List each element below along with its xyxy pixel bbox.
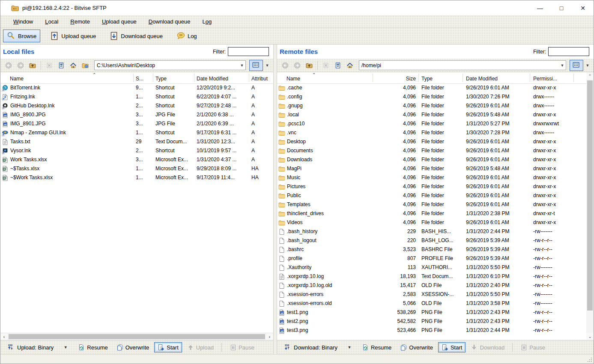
local-browse-folder-button[interactable] bbox=[80, 60, 91, 71]
chevron-down-icon[interactable]: ▼ bbox=[62, 345, 69, 349]
file-row[interactable]: ~$Work Tasks.xlsx1...Microsoft Ex...9/17… bbox=[0, 173, 273, 182]
scroll-thumb[interactable] bbox=[587, 80, 593, 311]
file-row[interactable]: test1.png538,269PNG File1/31/2020 2:43 P… bbox=[277, 308, 594, 317]
menu-item-download-queue[interactable]: Download queue bbox=[143, 17, 196, 26]
upload-overwrite-button[interactable]: Overwrite bbox=[113, 342, 153, 352]
column-header-name[interactable]: Name bbox=[287, 76, 382, 82]
panel-splitter[interactable] bbox=[274, 44, 277, 354]
file-row[interactable]: .xorgxrdp.10.log18,193Text Docum...1/31/… bbox=[277, 272, 594, 281]
file-row[interactable]: .pcsc104,096File folder1/31/2020 5:27 PM… bbox=[277, 119, 594, 128]
scroll-left-icon[interactable]: ‹ bbox=[0, 333, 8, 340]
download-resume-button[interactable]: Resume bbox=[358, 342, 395, 352]
column-separator[interactable] bbox=[249, 74, 249, 82]
toolbar-button-browse[interactable]: Browse bbox=[3, 30, 40, 42]
remote-home-button[interactable] bbox=[344, 60, 355, 71]
chevron-down-icon[interactable]: ▼ bbox=[559, 61, 566, 70]
local-column-header[interactable]: NameS...TypeDate ModifiedAttribut⌃ bbox=[0, 72, 273, 84]
file-row[interactable]: Videos4,096File folder9/26/2019 6:01 AMd… bbox=[277, 218, 594, 227]
column-separator[interactable] bbox=[153, 74, 153, 82]
file-row[interactable]: .xsession-errors2,583XSESSION-...1/31/20… bbox=[277, 290, 594, 299]
remote-details-view-button[interactable] bbox=[570, 60, 583, 71]
download-start-button[interactable]: Start bbox=[438, 342, 466, 352]
upload-start-button[interactable]: Start bbox=[154, 342, 182, 352]
file-row[interactable]: .xorgxrdp.10.log.old15,417OLD File1/31/2… bbox=[277, 281, 594, 290]
file-row[interactable]: Music4,096File folder9/26/2019 6:01 AMdr… bbox=[277, 173, 594, 182]
file-row[interactable]: ~$Tasks.xlsx1...Microsoft Ex...9/29/2018… bbox=[0, 164, 273, 173]
column-separator[interactable] bbox=[133, 74, 134, 82]
column-header-perm[interactable]: Permissi... bbox=[533, 76, 578, 82]
remote-up-folder-button[interactable] bbox=[304, 60, 315, 71]
menu-item-local[interactable]: Local bbox=[40, 17, 63, 26]
file-row[interactable]: Pictures4,096File folder9/26/2019 6:01 A… bbox=[277, 182, 594, 191]
column-separator[interactable] bbox=[194, 74, 194, 82]
toolbar-button-log[interactable]: Log bbox=[173, 30, 201, 42]
file-row[interactable]: Public4,096File folder9/26/2019 6:01 AMd… bbox=[277, 191, 594, 200]
column-separator[interactable] bbox=[463, 74, 463, 82]
file-row[interactable]: Nmap - Zenmap GUI.lnk1...Shortcut9/17/20… bbox=[0, 128, 273, 137]
upload-resume-button[interactable]: Resume bbox=[75, 342, 111, 352]
local-up-folder-button[interactable] bbox=[27, 60, 38, 71]
column-header-date[interactable]: Date Modified bbox=[197, 76, 249, 82]
scroll-down-icon[interactable]: ⌄ bbox=[586, 333, 594, 340]
column-header-name[interactable]: Name bbox=[10, 76, 140, 82]
local-details-view-button[interactable] bbox=[249, 60, 263, 71]
file-row[interactable]: .cache4,096File folder9/26/2019 6:01 AMd… bbox=[277, 83, 594, 92]
file-row[interactable]: .bash_history229BASH_HIS...1/31/2020 2:4… bbox=[277, 227, 594, 236]
file-row[interactable]: .config4,096File folder1/30/2020 7:26 PM… bbox=[277, 92, 594, 101]
file-row[interactable]: Tasks.txt29Text Docum...1/31/2020 12:3..… bbox=[0, 137, 273, 146]
local-horizontal-scrollbar[interactable]: ‹ › bbox=[0, 333, 273, 340]
remote-refresh-button[interactable]: 2 bbox=[332, 60, 343, 71]
local-home-button[interactable] bbox=[68, 60, 79, 71]
file-row[interactable]: .vnc4,096File folder1/30/2020 7:28 PMdrw… bbox=[277, 128, 594, 137]
file-row[interactable]: Documents4,096File folder9/26/2019 6:01 … bbox=[277, 146, 594, 155]
chevron-down-icon[interactable]: ▼ bbox=[239, 61, 245, 70]
file-row[interactable]: IMG_8901.JPG3...JPG File2/1/2020 6:39 ..… bbox=[0, 119, 273, 128]
menu-item-upload-queue[interactable]: Upload queue bbox=[97, 17, 142, 26]
file-row[interactable]: BitTorrent.lnk9...Shortcut12/20/2019 9:2… bbox=[0, 83, 273, 92]
file-row[interactable]: .profile807PROFILE File9/26/2019 5:39 AM… bbox=[277, 254, 594, 263]
remote-filter-input[interactable] bbox=[548, 47, 589, 56]
toolbar-button-download-queue[interactable]: Download queue bbox=[106, 30, 167, 42]
column-separator[interactable] bbox=[373, 74, 373, 82]
file-row[interactable]: Downloads4,096File folder9/26/2019 6:01 … bbox=[277, 155, 594, 164]
minimize-button[interactable]: — bbox=[529, 2, 551, 15]
column-header-size[interactable]: Size bbox=[375, 76, 416, 82]
file-row[interactable]: GitHub Desktop.lnk2...Shortcut9/27/2019 … bbox=[0, 101, 273, 110]
column-header-type[interactable]: Type bbox=[421, 76, 463, 82]
column-header-attr[interactable]: Attribut bbox=[251, 76, 271, 82]
column-header-date[interactable]: Date Modified bbox=[466, 76, 530, 82]
local-filter-input[interactable] bbox=[228, 47, 269, 56]
menu-item-log[interactable]: Log bbox=[197, 17, 217, 26]
column-separator[interactable] bbox=[573, 74, 574, 82]
file-row[interactable]: thinclient_drives4,096File folder1/31/20… bbox=[277, 209, 594, 218]
download-overwrite-button[interactable]: Overwrite bbox=[397, 342, 436, 352]
file-row[interactable]: .bashrc3,523BASHRC File9/26/2019 5:39 AM… bbox=[277, 245, 594, 254]
scroll-right-icon[interactable]: › bbox=[266, 333, 273, 340]
column-header-type[interactable]: Type bbox=[155, 76, 195, 82]
scroll-thumb[interactable] bbox=[9, 334, 265, 339]
remote-view-dropdown[interactable]: ▼ bbox=[584, 60, 591, 71]
remote-vertical-scrollbar[interactable]: ⌃ ⌄ bbox=[586, 72, 594, 340]
local-refresh-button[interactable]: 2 bbox=[56, 60, 67, 71]
file-row[interactable]: Fritzing.lnk1...Shortcut6/22/2019 4:07 .… bbox=[0, 92, 273, 101]
file-row[interactable]: IMG_8900.JPG3...JPG File2/1/2020 6:38 ..… bbox=[0, 110, 273, 119]
file-row[interactable]: .local4,096File folder9/26/2019 5:48 AMd… bbox=[277, 110, 594, 119]
column-separator[interactable] bbox=[418, 74, 419, 82]
file-row[interactable]: MagPi4,096File folder9/26/2019 5:48 AMdr… bbox=[277, 164, 594, 173]
remote-path-combobox[interactable]: /home/pi▼ bbox=[359, 60, 566, 70]
close-button[interactable]: ✕ bbox=[572, 2, 594, 15]
local-view-dropdown[interactable]: ▼ bbox=[264, 60, 271, 71]
column-header-size[interactable]: S... bbox=[136, 76, 153, 82]
file-row[interactable]: .bash_logout220BASH_LOG...9/26/2019 5:39… bbox=[277, 236, 594, 245]
scroll-up-icon[interactable]: ⌃ bbox=[586, 72, 594, 80]
file-row[interactable]: .xsession-errors.old5,066OLD File1/31/20… bbox=[277, 299, 594, 308]
file-row[interactable]: test3.png523,466PNG File1/31/2020 2:44 P… bbox=[277, 326, 594, 335]
menu-item-remote[interactable]: Remote bbox=[65, 17, 95, 26]
menu-item-window[interactable]: Window bbox=[8, 17, 38, 26]
resize-grip-icon[interactable] bbox=[587, 357, 593, 363]
upload-mode-button[interactable]: 010Upload: Binary▼ bbox=[4, 342, 73, 353]
file-row[interactable]: Vysor.lnk2...Shortcut10/1/2019 9:57 ...A bbox=[0, 146, 273, 155]
file-row[interactable]: Templates4,096File folder9/26/2019 6:01 … bbox=[277, 200, 594, 209]
file-row[interactable]: Work Tasks.xlsx3...Microsoft Ex...1/31/2… bbox=[0, 155, 273, 164]
toolbar-button-upload-queue[interactable]: Upload queue bbox=[46, 30, 100, 42]
